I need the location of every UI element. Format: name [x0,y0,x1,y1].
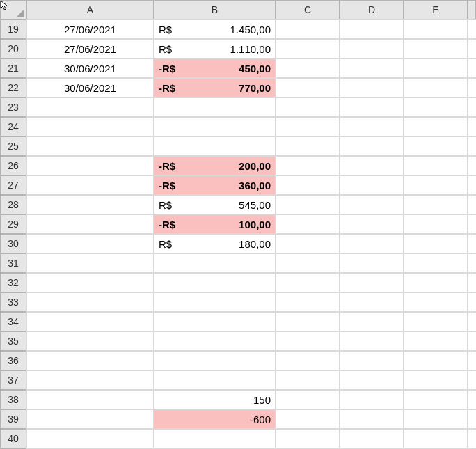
cell-A30[interactable] [26,234,154,253]
cell-D31[interactable] [340,253,404,273]
cell-X26[interactable] [468,156,476,175]
cell-X38[interactable] [468,390,476,409]
cell-C32[interactable] [276,273,340,292]
row-header-26[interactable]: 26 [0,156,26,175]
row-header-21[interactable]: 21 [0,58,26,78]
cell-B21[interactable]: -R$450,00 [154,58,276,78]
cell-E24[interactable] [404,117,468,136]
row-header-32[interactable]: 32 [0,273,26,292]
cell-A31[interactable] [26,253,154,273]
row-header-20[interactable]: 20 [0,39,26,58]
cell-E20[interactable] [404,39,468,58]
cell-B37[interactable] [154,370,276,390]
row-header-39[interactable]: 39 [0,409,26,429]
cell-E37[interactable] [404,370,468,390]
cell-C34[interactable] [276,312,340,331]
cell-X19[interactable] [468,19,476,39]
cell-B32[interactable] [154,273,276,292]
cell-B19[interactable]: R$1.450,00 [154,19,276,39]
column-header-extra[interactable] [468,0,476,19]
cell-E30[interactable] [404,234,468,253]
cell-C22[interactable] [276,78,340,97]
cell-D25[interactable] [340,136,404,156]
cell-X33[interactable] [468,292,476,312]
cell-X36[interactable] [468,351,476,370]
cell-A40[interactable] [26,429,154,448]
cell-E34[interactable] [404,312,468,331]
cell-B23[interactable] [154,97,276,117]
column-header-A[interactable]: A [26,0,154,19]
cell-C24[interactable] [276,117,340,136]
cell-C30[interactable] [276,234,340,253]
row-header-30[interactable]: 30 [0,234,26,253]
cell-A23[interactable] [26,97,154,117]
row-header-29[interactable]: 29 [0,214,26,234]
cell-C35[interactable] [276,331,340,351]
cell-E39[interactable] [404,409,468,429]
cell-E35[interactable] [404,331,468,351]
row-header-24[interactable]: 24 [0,117,26,136]
cell-C37[interactable] [276,370,340,390]
cell-C27[interactable] [276,175,340,195]
cell-A24[interactable] [26,117,154,136]
cell-X25[interactable] [468,136,476,156]
cell-D38[interactable] [340,390,404,409]
cell-A28[interactable] [26,195,154,214]
row-header-36[interactable]: 36 [0,351,26,370]
cell-E21[interactable] [404,58,468,78]
column-header-B[interactable]: B [154,0,276,19]
cell-E38[interactable] [404,390,468,409]
cell-B36[interactable] [154,351,276,370]
cell-A38[interactable] [26,390,154,409]
cell-A36[interactable] [26,351,154,370]
cell-X24[interactable] [468,117,476,136]
row-header-37[interactable]: 37 [0,370,26,390]
cell-C28[interactable] [276,195,340,214]
cell-A39[interactable] [26,409,154,429]
cell-D33[interactable] [340,292,404,312]
cell-E36[interactable] [404,351,468,370]
row-header-40[interactable]: 40 [0,429,26,448]
cell-C33[interactable] [276,292,340,312]
cell-C21[interactable] [276,58,340,78]
cell-D32[interactable] [340,273,404,292]
cell-E25[interactable] [404,136,468,156]
cell-D34[interactable] [340,312,404,331]
row-header-19[interactable]: 19 [0,19,26,39]
column-header-C[interactable]: C [276,0,340,19]
cell-X37[interactable] [468,370,476,390]
row-header-31[interactable]: 31 [0,253,26,273]
spreadsheet-grid[interactable]: ABCDE1927/06/2021R$1.450,002027/06/2021R… [0,0,476,449]
cell-D37[interactable] [340,370,404,390]
cell-D40[interactable] [340,429,404,448]
cell-X20[interactable] [468,39,476,58]
cell-X29[interactable] [468,214,476,234]
cell-B25[interactable] [154,136,276,156]
cell-C20[interactable] [276,39,340,58]
cell-A33[interactable] [26,292,154,312]
cell-B35[interactable] [154,331,276,351]
cell-A29[interactable] [26,214,154,234]
cell-E27[interactable] [404,175,468,195]
cell-B31[interactable] [154,253,276,273]
cell-B33[interactable] [154,292,276,312]
cell-E23[interactable] [404,97,468,117]
row-header-25[interactable]: 25 [0,136,26,156]
cell-D27[interactable] [340,175,404,195]
cell-X21[interactable] [468,58,476,78]
cell-A32[interactable] [26,273,154,292]
cell-D26[interactable] [340,156,404,175]
cell-X30[interactable] [468,234,476,253]
cell-X35[interactable] [468,331,476,351]
cell-C29[interactable] [276,214,340,234]
cell-C31[interactable] [276,253,340,273]
cell-A37[interactable] [26,370,154,390]
cell-D19[interactable] [340,19,404,39]
row-header-27[interactable]: 27 [0,175,26,195]
cell-A21[interactable]: 30/06/2021 [26,58,154,78]
cell-A25[interactable] [26,136,154,156]
cell-B24[interactable] [154,117,276,136]
cell-A19[interactable]: 27/06/2021 [26,19,154,39]
cell-X27[interactable] [468,175,476,195]
cell-C25[interactable] [276,136,340,156]
